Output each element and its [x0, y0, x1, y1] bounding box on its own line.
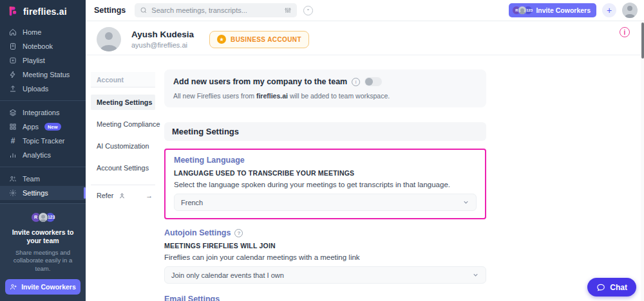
sidebar-item-notebook[interactable]: Notebook — [0, 39, 86, 53]
sidebar-item-label: Analytics — [23, 151, 51, 159]
subnav-item-meeting-settings[interactable]: Meeting Settings — [91, 95, 155, 110]
sidebar-item-apps[interactable]: Apps New — [0, 120, 86, 134]
badge-label: BUSINESS ACCOUNT — [231, 36, 301, 43]
profile-identity: Ayush Kudesia ayush@fireflies.ai — [131, 30, 194, 49]
toggle-knob — [365, 78, 373, 86]
add-users-title: Add new users from my company to the tea… — [173, 77, 347, 86]
profile-name: Ayush Kudesia — [131, 30, 194, 39]
divider — [91, 185, 155, 185]
subtitle-text: will be added to team workspace. — [288, 92, 390, 100]
profile-avatar[interactable] — [97, 27, 121, 51]
avatar-cluster: R +123 — [5, 212, 80, 223]
arrow-right-icon: → — [146, 192, 155, 199]
add-users-subtitle: All new Fireflies users from fireflies.a… — [173, 92, 477, 100]
add-users-toggle[interactable] — [365, 77, 382, 86]
sidebar-item-label: Notebook — [23, 42, 53, 50]
business-account-badge[interactable]: ★ BUSINESS ACCOUNT — [209, 31, 309, 48]
invite-coworkers-widget: R +123 Invite coworkers to your team Sha… — [0, 203, 86, 301]
sidebar-item-uploads[interactable]: Uploads — [0, 82, 86, 96]
sidebar-item-settings[interactable]: Settings — [0, 186, 86, 200]
subtitle-text: All new Fireflies users from — [173, 92, 256, 100]
add-users-card: Add new users from my company to the tea… — [164, 69, 486, 107]
sidebar-item-label: Integrations — [23, 109, 59, 116]
layers-icon — [9, 109, 17, 116]
subnav-item-refer[interactable]: Refer → — [91, 192, 155, 199]
subnav-section-account[interactable]: Account — [91, 72, 155, 87]
sidebar-divider — [0, 100, 86, 101]
search-input[interactable] — [151, 6, 280, 14]
lightning-icon — [9, 71, 17, 78]
app-window: fireflies.ai Home Notebook Playlist Meet… — [0, 0, 644, 301]
invite-widget-title: Invite coworkers to your team — [5, 228, 80, 245]
sidebar-nav: Home Notebook Playlist Meeting Status Up… — [0, 25, 86, 214]
sidebar-item-playlist[interactable]: Playlist — [0, 53, 86, 68]
settings-subnav: Account Meeting Settings Meeting Complia… — [91, 72, 155, 199]
subnav-item-ai-customization[interactable]: AI Customization — [91, 138, 155, 154]
subtitle-domain: fireflies.ai — [256, 92, 288, 100]
gear-icon — [9, 189, 17, 197]
scrollbar-track[interactable] — [641, 22, 644, 301]
pink-info-icon[interactable]: i — [620, 27, 630, 37]
page-title: Settings — [94, 6, 126, 15]
autojoin-section: Autojoin Settings ? MEETINGS FIREFLIES W… — [164, 228, 486, 284]
sidebar-item-meeting-status[interactable]: Meeting Status — [0, 68, 86, 82]
sidebar-item-team[interactable]: Team — [0, 172, 86, 186]
autojoin-title: Autojoin Settings — [164, 228, 231, 237]
search-icon — [140, 6, 147, 14]
header-invite-coworkers-button[interactable]: R +123 Invite Coworkers — [509, 3, 596, 17]
search-box[interactable] — [135, 3, 297, 17]
meeting-settings-header: Meeting Settings — [164, 122, 486, 141]
sidebar-item-label: Uploads — [23, 85, 48, 93]
add-users-title-row: Add new users from my company to the tea… — [173, 77, 477, 86]
subnav-items: Meeting Settings Meeting Compliance AI C… — [91, 95, 155, 176]
person-plus-icon — [10, 283, 17, 291]
sidebar-item-topic-tracker[interactable]: # Topic Tracker — [0, 134, 86, 148]
hash-icon: # — [9, 136, 17, 145]
meeting-language-section-highlighted: Meeting Language LANGUAGE USED TO TRANSC… — [164, 149, 486, 219]
email-settings-title: Email Settings — [164, 295, 486, 301]
invite-widget-subtitle: Share meetings and collaborate easily in… — [5, 249, 80, 273]
sidebar-item-label: Team — [23, 175, 40, 183]
add-button[interactable]: + — [602, 3, 616, 17]
app-sidebar: fireflies.ai Home Notebook Playlist Meet… — [0, 0, 86, 301]
profile-email: ayush@fireflies.ai — [131, 41, 194, 49]
chat-button[interactable]: Chat — [587, 278, 636, 296]
subnav-item-account-settings[interactable]: Account Settings — [91, 160, 155, 176]
top-header: Settings R +123 Invite Coworkers + — [86, 0, 644, 21]
language-select[interactable]: French — [174, 194, 477, 211]
sidebar-item-home[interactable]: Home — [0, 25, 86, 39]
sidebar-item-label: Topic Tracker — [23, 137, 64, 145]
settings-main: Add new users from my company to the tea… — [164, 69, 486, 301]
filter-sliders-icon[interactable] — [284, 6, 292, 14]
home-icon — [9, 28, 17, 36]
autojoin-select-value: Join only calendar events that I own — [171, 271, 284, 279]
user-avatar[interactable] — [622, 3, 638, 18]
subnav-item-meeting-compliance[interactable]: Meeting Compliance — [91, 116, 155, 132]
chevron-down-icon — [472, 271, 479, 278]
brand-name: fireflies.ai — [23, 6, 67, 17]
bar-chart-icon — [9, 151, 17, 159]
new-badge: New — [44, 123, 61, 131]
autojoin-select[interactable]: Join only calendar events that I own — [164, 266, 486, 284]
brand-logo[interactable]: fireflies.ai — [0, 0, 86, 23]
help-icon[interactable] — [303, 6, 313, 15]
people-icon — [9, 175, 17, 183]
invite-coworkers-button[interactable]: Invite Coworkers — [5, 279, 80, 295]
autojoin-label: MEETINGS FIREFLIES WILL JOIN — [164, 242, 486, 250]
upload-icon — [9, 85, 17, 93]
refer-label: Refer — [97, 192, 113, 199]
sidebar-item-label: Playlist — [23, 57, 45, 64]
grid-icon — [9, 123, 17, 131]
info-icon[interactable]: i — [352, 78, 360, 86]
header-avatar-cluster: R +123 — [512, 6, 533, 15]
playlist-icon — [9, 57, 17, 64]
sidebar-item-analytics[interactable]: Analytics — [0, 148, 86, 162]
help-circle-icon[interactable]: ? — [234, 229, 243, 237]
invite-button-label: Invite Coworkers — [536, 6, 591, 14]
sidebar-item-integrations[interactable]: Integrations — [0, 105, 86, 120]
scrollbar-thumb[interactable] — [641, 23, 644, 59]
divider — [86, 55, 644, 55]
language-select-value: French — [181, 199, 203, 206]
sidebar-item-label: Home — [23, 28, 41, 36]
sidebar-item-label: Apps — [23, 123, 39, 131]
